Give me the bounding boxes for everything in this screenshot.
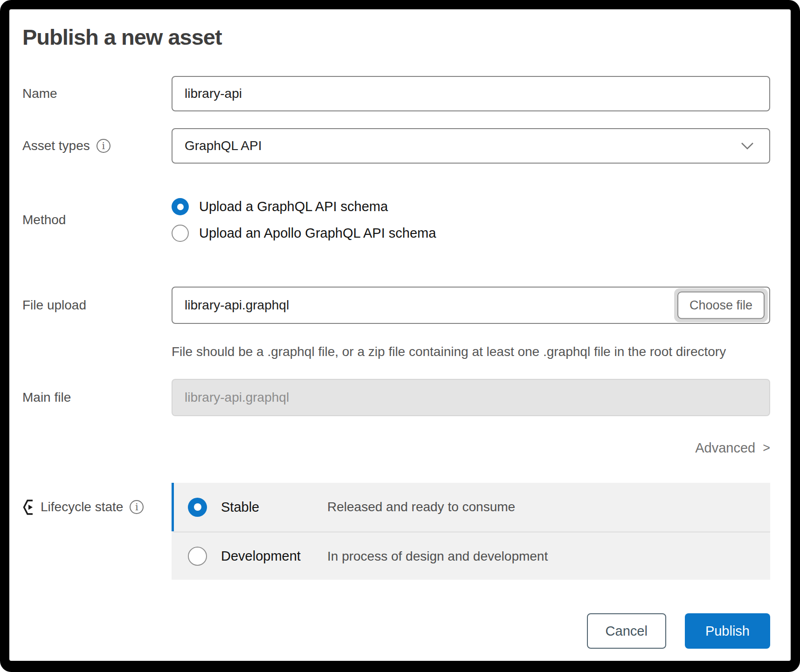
choose-file-button[interactable]: Choose file [677,292,765,319]
file-upload-help-text: File should be a .graphql file, or a zip… [172,344,770,359]
name-label: Name [22,86,57,101]
name-input[interactable] [172,76,770,111]
asset-types-label: Asset types [22,138,90,153]
asset-types-row: Asset types i GraphQL API [22,128,770,164]
lifecycle-state-row: Lifecycle state i Stable Released and re… [22,483,770,580]
method-option-label: Upload an Apollo GraphQL API schema [199,226,436,241]
main-file-input [172,379,770,416]
asset-types-selected-value: GraphQL API [185,138,262,153]
publish-asset-dialog: Publish a new asset Name Asset types i G… [9,9,791,661]
main-file-label: Main file [22,390,71,405]
lifecycle-option-description: Released and ready to consume [327,500,515,514]
advanced-link-label: Advanced [695,440,755,456]
lifecycle-option-label: Stable [221,500,327,515]
file-upload-filename: library-api.graphql [185,298,289,313]
method-option-graphql[interactable]: Upload a GraphQL API schema [172,198,770,215]
name-row: Name [22,76,770,111]
lifecycle-state-label: Lifecycle state [41,500,123,514]
choose-file-button-halo: Choose file [674,288,768,322]
advanced-link[interactable]: Advanced > [695,440,770,456]
lifecycle-options-panel: Stable Released and ready to consume Dev… [172,483,770,580]
radio-selected-icon[interactable] [188,498,207,517]
lifecycle-option-description: In process of design and development [327,549,548,564]
file-upload-row: File upload library-api.graphql Choose f… [22,287,770,324]
method-row: Method Upload a GraphQL API schema Uploa… [22,198,770,242]
advanced-row: Advanced > [22,440,770,456]
info-icon[interactable]: i [130,500,144,514]
page-title: Publish a new asset [22,24,770,50]
lifecycle-option-development[interactable]: Development In process of design and dev… [172,531,770,580]
file-upload-label: File upload [22,298,86,313]
lifecycle-option-stable[interactable]: Stable Released and ready to consume [172,483,770,531]
info-icon[interactable]: i [97,139,110,153]
radio-unselected-icon[interactable] [188,547,207,566]
main-file-row: Main file [22,379,770,416]
radio-unselected-icon[interactable] [172,225,189,242]
chevron-right-icon: > [763,441,770,455]
method-label: Method [22,213,66,227]
radio-selected-icon[interactable] [172,198,189,215]
publish-button[interactable]: Publish [685,613,770,649]
chevron-down-icon [740,142,754,150]
asset-types-select[interactable]: GraphQL API [172,128,770,164]
lifecycle-option-label: Development [221,549,327,564]
lifecycle-state-icon [22,499,35,516]
screenshot-frame: Publish a new asset Name Asset types i G… [0,0,800,672]
cancel-button[interactable]: Cancel [587,613,666,649]
dialog-actions: Cancel Publish [22,613,770,649]
method-option-apollo[interactable]: Upload an Apollo GraphQL API schema [172,225,770,242]
file-help-row: File should be a .graphql file, or a zip… [22,324,770,379]
method-option-label: Upload a GraphQL API schema [199,199,388,214]
